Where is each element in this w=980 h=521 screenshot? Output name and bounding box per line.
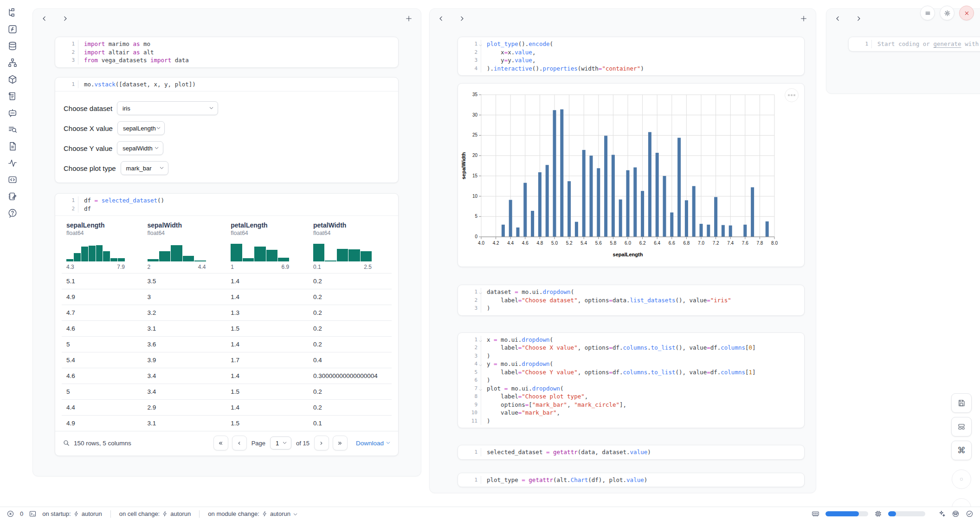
bar[interactable] — [626, 170, 630, 237]
errors-icon[interactable] — [6, 510, 14, 518]
sidebar-icon-dependency-graph[interactable] — [7, 58, 18, 68]
page-select[interactable]: 1 — [270, 436, 291, 449]
table-row[interactable]: 5.13.51.40.2setosa — [62, 274, 392, 289]
save-notebook-button[interactable] — [951, 393, 972, 413]
runtime-config-cell-change[interactable]: on cell change:autorun — [119, 510, 191, 517]
table-row[interactable]: 5.43.91.70.4setosa — [62, 352, 392, 368]
bar[interactable] — [560, 109, 563, 237]
code-cell[interactable]: 1dataset = mo.ui.dropdown(2 label="Choos… — [458, 285, 805, 316]
bar[interactable] — [670, 213, 673, 237]
dataframe-viewport[interactable]: sepalLengthfloat644.37.9sepalWidthfloat6… — [62, 216, 392, 431]
shutdown-button[interactable] — [959, 6, 974, 20]
generate-with-ai-link[interactable]: generate — [933, 40, 961, 47]
choose-y-value-select[interactable]: sepalWidth — [117, 141, 163, 155]
cpu-meter[interactable] — [888, 511, 925, 516]
scroll-prev-cell-button[interactable] — [41, 15, 48, 22]
sidebar-icon-package[interactable] — [7, 74, 18, 85]
bar[interactable] — [538, 172, 542, 237]
bar[interactable] — [612, 155, 615, 237]
runtime-config-startup[interactable]: on startup:autorun — [42, 510, 102, 517]
bar[interactable] — [597, 168, 600, 237]
column-header-sepalLength[interactable]: sepalLengthfloat644.37.9 — [62, 216, 143, 274]
table-row[interactable]: 4.42.91.40.2setosa — [62, 400, 392, 416]
bar[interactable] — [575, 222, 578, 237]
scroll-next-cell-button[interactable] — [62, 15, 68, 22]
command-palette-button[interactable]: ⌘ — [951, 441, 972, 460]
stop-run-button[interactable] — [952, 469, 971, 489]
scroll-prev-cell-button[interactable] — [438, 15, 445, 22]
bar[interactable] — [567, 181, 571, 237]
column-header-species[interactable]: speciesobjectunique:nulls: — [391, 216, 392, 274]
sidebar-icon-activity[interactable] — [7, 158, 18, 168]
notebook-menu-button[interactable] — [920, 6, 935, 20]
code-cell[interactable]: 1mo.vstack([dataset, x, y, plot])Choose … — [55, 77, 399, 183]
code-cell[interactable]: 1import marimo as mo2import altair as al… — [55, 37, 399, 68]
sidebar-icon-file-tree[interactable] — [7, 7, 18, 18]
code-editor[interactable]: 1selected_dataset = getattr(data, datase… — [458, 445, 804, 459]
runtime-config-module-change[interactable]: on module change:autorun — [208, 510, 298, 517]
bar[interactable] — [604, 136, 607, 237]
first-page-button[interactable] — [213, 436, 228, 450]
bar-chart[interactable]: 4.04.24.44.64.85.05.25.45.65.86.06.26.46… — [460, 89, 785, 260]
bar[interactable] — [677, 138, 681, 237]
table-row[interactable]: 53.41.50.2setosa — [62, 384, 392, 400]
table-row[interactable]: 4.73.21.30.2setosa — [62, 305, 392, 321]
bar[interactable] — [714, 197, 717, 237]
scroll-next-cell-button[interactable] — [855, 15, 862, 22]
settings-button[interactable] — [940, 6, 954, 20]
scroll-next-cell-button[interactable] — [458, 15, 465, 22]
next-page-button[interactable] — [314, 436, 329, 450]
bar[interactable] — [590, 156, 593, 237]
table-row[interactable]: 53.61.40.2setosa — [62, 337, 392, 352]
bar[interactable] — [648, 132, 651, 237]
table-row[interactable]: 4.63.11.50.2setosa — [62, 321, 392, 337]
code-cell[interactable]: 1x = mo.ui.dropdown(2 label="Choose X va… — [458, 332, 805, 429]
sidebar-icon-database[interactable] — [7, 41, 18, 51]
sidebar-icon-file-text[interactable] — [7, 141, 18, 151]
bar[interactable] — [582, 150, 586, 237]
fold-toggle-icon[interactable] — [478, 362, 483, 366]
column-header-petalLength[interactable]: petalLengthfloat6416.9 — [226, 216, 309, 274]
add-cell-button[interactable] — [800, 15, 807, 22]
column-header-sepalWidth[interactable]: sepalWidthfloat6424.4 — [143, 216, 226, 274]
table-row[interactable]: 4.63.41.40.30000000000000004setosa — [62, 368, 392, 384]
choose-x-value-select[interactable]: sepalLength — [117, 121, 165, 135]
bar[interactable] — [685, 200, 688, 237]
scroll-prev-cell-button[interactable] — [835, 15, 841, 22]
terminal-button[interactable] — [29, 510, 37, 518]
sidebar-icon-scroll[interactable] — [7, 91, 18, 101]
choose-dataset-select[interactable]: iris — [117, 101, 218, 115]
bar[interactable] — [633, 167, 637, 237]
code-cell[interactable]: 1plot_type = getattr(alt.Chart(df), plot… — [458, 473, 805, 488]
code-cell[interactable]: 1selected_dataset = getattr(data, datase… — [458, 445, 805, 460]
ai-assistant-button[interactable] — [938, 510, 946, 518]
fold-toggle-icon[interactable] — [478, 42, 483, 46]
code-editor[interactable]: 1import marimo as mo2import altair as al… — [55, 37, 398, 67]
code-editor[interactable]: 1mo.vstack([dataset, x, y, plot]) — [55, 78, 398, 91]
search-icon[interactable] — [63, 439, 70, 447]
sidebar-icon-logs-search[interactable] — [7, 124, 18, 135]
bar[interactable] — [663, 176, 666, 237]
connection-status-icon[interactable] — [966, 510, 974, 518]
sidebar-icon-chat-bot[interactable] — [7, 108, 18, 118]
fold-toggle-icon[interactable] — [478, 290, 483, 294]
bar[interactable] — [502, 225, 505, 237]
download-button[interactable]: Download — [356, 440, 391, 447]
bar[interactable] — [743, 225, 747, 237]
fold-toggle-icon[interactable] — [478, 386, 483, 391]
code-editor[interactable]: 1dataset = mo.ui.dropdown(2 label="Choos… — [458, 285, 804, 315]
bar[interactable] — [553, 110, 556, 237]
bar[interactable] — [531, 211, 534, 237]
last-page-button[interactable] — [333, 436, 348, 450]
fold-toggle-icon[interactable] — [478, 338, 483, 342]
bar[interactable] — [641, 191, 644, 237]
sidebar-icon-function-square[interactable] — [7, 24, 18, 34]
layout-toggle-button[interactable] — [951, 417, 972, 436]
table-row[interactable]: 4.93.11.50.1setosa — [62, 416, 392, 431]
sidebar-icon-code-block[interactable] — [7, 175, 18, 185]
code-editor[interactable]: 1plot_type = getattr(alt.Chart(df), plot… — [458, 473, 804, 487]
column-header-petalWidth[interactable]: petalWidthfloat640.12.5 — [309, 216, 391, 274]
code-cell[interactable]: 1df = selected_dataset()2dfsepalLengthfl… — [55, 193, 399, 456]
sidebar-icon-scratchpad[interactable] — [7, 191, 18, 202]
bar[interactable] — [523, 183, 527, 237]
